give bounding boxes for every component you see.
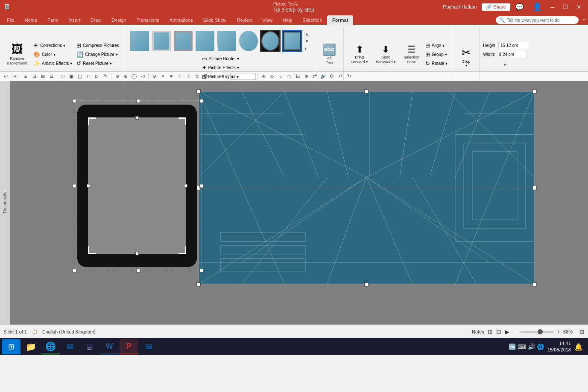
size-expand-btn[interactable]: ⌐ [504, 61, 507, 67]
alt-text-label: AltText [326, 56, 333, 65]
sel-h-br[interactable] [199, 269, 203, 272]
style-scroll-expand[interactable]: ▾ [304, 45, 310, 52]
zoom-out-btn[interactable]: ─ [513, 329, 516, 334]
artistic-effects-btn[interactable]: ✨ Artistic Effects ▾ [32, 59, 74, 67]
sel-h-mr[interactable] [199, 184, 203, 188]
change-picture-label: Change Picture ▾ [85, 52, 118, 57]
picture-style-7[interactable] [260, 30, 281, 52]
view-normal-icon[interactable]: ⊞ [488, 328, 493, 335]
tab-transitions[interactable]: Transitions [132, 15, 164, 25]
tab-slidekick[interactable]: SlideKick [298, 15, 327, 25]
user-avatar: 👤 [529, 0, 545, 13]
compress-pictures-btn[interactable]: ⊞ Compress Pictures [75, 41, 120, 50]
taskbar-outlook[interactable]: ✉ [139, 339, 158, 354]
tab-review[interactable]: Review [231, 15, 257, 25]
ribbon-group-arrange: ⬆ BringForward ▾ ⬇ SendBackward ▾ ☰ Sele… [344, 26, 453, 88]
picture-border-btn[interactable]: ▭ Picture Border ▾ [200, 55, 241, 63]
notes-btn[interactable]: Notes [472, 329, 484, 334]
tab-design[interactable]: Design [106, 15, 131, 25]
group-btn[interactable]: ⊞ Group ▾ [424, 50, 449, 59]
picture-effects-btn[interactable]: ✦ Picture Effects ▾ [200, 64, 241, 72]
zoom-thumb[interactable] [538, 329, 543, 334]
crop-btn[interactable]: ✂ Crop ▾ [456, 44, 476, 69]
reset-picture-btn[interactable]: ↺ Reset Picture ▾ [75, 59, 120, 67]
taskbar-mail1[interactable]: ✉ [61, 339, 79, 354]
comment-btn[interactable]: 💬 [512, 1, 527, 13]
send-backward-btn[interactable]: ⬇ SendBackward ▾ [372, 42, 399, 67]
rotate-btn[interactable]: ↻ Rotate ▾ [424, 59, 449, 67]
tab-help[interactable]: Help [278, 15, 298, 25]
picture-layout-btn[interactable]: ⊟ Picture Layout ▾ [200, 73, 241, 81]
size-content: Height: Width: ⌐ [483, 26, 528, 82]
tab-insert[interactable]: Insert [63, 15, 85, 25]
alt-text-btn[interactable]: 🔤 AltText [319, 41, 340, 68]
selection-pane-btn[interactable]: ☰ SelectionPane [400, 42, 423, 67]
zoom-level[interactable]: 66% [563, 329, 576, 334]
fit-slide-btn[interactable]: ⊞ [579, 328, 585, 335]
view-reading-icon[interactable]: ▶ [505, 328, 509, 335]
width-input[interactable] [497, 51, 527, 58]
taskbar-browser[interactable]: 🌐 [41, 339, 60, 354]
tab-format[interactable]: Format [327, 15, 353, 25]
tab-view[interactable]: View [257, 15, 278, 25]
restore-btn[interactable]: ❐ [559, 3, 571, 11]
tab-pens[interactable]: Pens [42, 15, 63, 25]
zoom-slider[interactable] [520, 331, 554, 333]
close-btn[interactable]: ✕ [573, 3, 585, 11]
search-input[interactable] [507, 18, 575, 23]
view-grid-icon[interactable]: ⊟ [496, 328, 501, 335]
taskbar-word[interactable]: W [100, 339, 119, 354]
tab-home[interactable]: Home [20, 15, 42, 25]
main-sel-bm[interactable] [364, 282, 369, 287]
main-sel-tm[interactable] [364, 89, 369, 94]
sel-h-tr[interactable] [199, 99, 203, 103]
notification-icon[interactable]: 🔔 [574, 343, 583, 351]
share-btn[interactable]: 🔗 Share [482, 3, 510, 11]
taskbar-explorer[interactable]: 📁 [21, 339, 40, 354]
min-btn[interactable]: ─ [547, 3, 558, 11]
picture-style-5[interactable] [216, 30, 237, 52]
ribbon: 🖼 RemoveBackground ☀ Corrections ▾ 🎨 Col… [0, 25, 588, 72]
main-sel-br[interactable] [532, 282, 537, 287]
sel-h-tm[interactable] [136, 99, 140, 103]
search-box[interactable]: 🔍 [496, 16, 579, 24]
ribbon-minimize-icon[interactable]: ⌃ [582, 18, 586, 24]
tab-slideshow[interactable]: Slide Show [198, 15, 231, 25]
picture-style-8[interactable] [282, 30, 302, 52]
corrections-btn[interactable]: ☀ Corrections ▾ [32, 41, 74, 50]
height-input[interactable] [498, 42, 528, 49]
clock-date: 15/08/2018 [547, 347, 571, 353]
picture-style-2[interactable] [151, 30, 172, 52]
ribbon-group-crop: ✂ Crop ▾ [453, 26, 480, 88]
picture-style-4[interactable] [195, 30, 215, 52]
align-btn[interactable]: ⊟ Align ▾ [424, 41, 449, 50]
sel-h-ml[interactable] [73, 184, 76, 188]
main-sel-bl[interactable] [196, 282, 201, 287]
picture-style-1[interactable] [129, 30, 150, 52]
slide-area[interactable] [10, 81, 588, 325]
sel-h-bl[interactable] [73, 269, 76, 272]
sel-h-tl[interactable] [73, 99, 76, 103]
tab-animations[interactable]: Animations [164, 15, 198, 25]
group-icon: ⊞ [425, 51, 430, 58]
bring-forward-btn[interactable]: ⬆ BringForward ▾ [347, 42, 372, 67]
zoom-in-btn[interactable]: + [557, 329, 560, 334]
picture-style-3[interactable] [173, 30, 193, 52]
slide-info: Slide 1 of 1 [3, 329, 27, 334]
main-sel-tl[interactable] [196, 89, 201, 94]
picture-style-6[interactable] [238, 30, 259, 52]
tab-file[interactable]: File [2, 15, 20, 25]
change-picture-btn[interactable]: 🔄 Change Picture ▾ [75, 50, 120, 59]
sel-h-bm[interactable] [136, 269, 140, 272]
taskbar-teams[interactable]: 🖥 [80, 339, 99, 354]
picture-styles-thumbnails: ▲ ▼ ▾ [128, 28, 311, 54]
main-sel-tr[interactable] [532, 89, 537, 94]
taskbar-powerpoint[interactable]: P [120, 339, 138, 354]
tab-draw[interactable]: Draw [85, 15, 107, 25]
style-scroll-down[interactable]: ▼ [304, 38, 310, 44]
remove-background-btn[interactable]: 🖼 RemoveBackground [3, 41, 31, 68]
style-scroll-up[interactable]: ▲ [304, 31, 310, 37]
color-btn[interactable]: 🎨 Color ▾ [32, 50, 74, 59]
start-btn[interactable]: ⊞ [2, 339, 20, 354]
windows-icon: ⊞ [8, 342, 15, 351]
